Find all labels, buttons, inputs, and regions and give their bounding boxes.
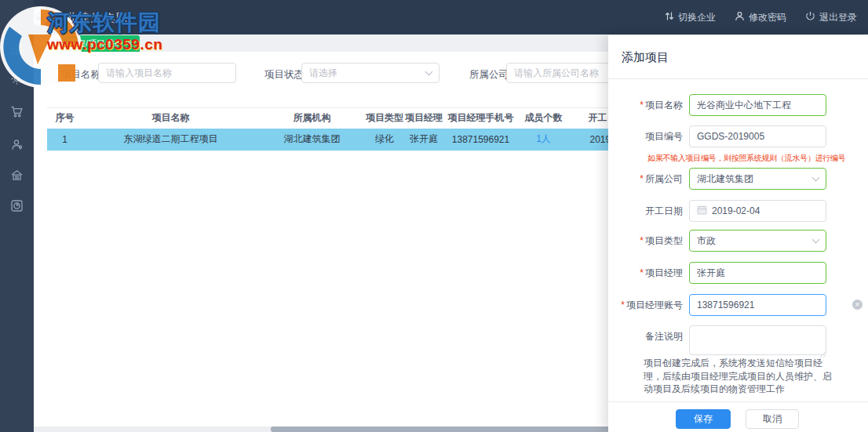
drawer-note-text: 项目创建完成后，系统将发送短信给项目经理，后续由项目经理完成项目的人员维护、启动… xyxy=(644,357,834,396)
field-project-code: 项目编号 xyxy=(608,125,868,147)
field-project-name: *项目名称 xyxy=(608,94,868,116)
header-menu: 切换企业 修改密码 退出登录 xyxy=(665,0,857,34)
filter-status-label: 项目状态 xyxy=(264,68,304,82)
drawer-title: 添加项目 xyxy=(622,50,669,65)
logout-button[interactable]: 退出登录 xyxy=(805,11,857,24)
col-manager: 项目经理 xyxy=(404,108,443,129)
switch-icon xyxy=(665,11,674,24)
project-table: 序号 项目名称 所属机构 项目类型 项目经理 项目经理手机号 成员个数 开工日期… xyxy=(47,107,645,151)
project-type-select[interactable]: 市政 xyxy=(689,230,826,252)
clear-icon[interactable]: × xyxy=(852,299,863,310)
project-name-input[interactable] xyxy=(689,94,826,116)
col-member-count: 成员个数 xyxy=(518,108,569,129)
code-hint-text: 如果不输入项目编号，则按照系统规则（流水号）进行编号 xyxy=(647,153,832,164)
tab-project-maintenance[interactable]: 工程/项目维护 × xyxy=(61,35,140,52)
filter-name-input[interactable] xyxy=(98,63,236,83)
drawer-title-divider xyxy=(608,78,868,79)
filter-status-select[interactable]: 请选择 xyxy=(301,63,439,83)
field-start-date: 开工日期 2019-02-04 xyxy=(608,200,868,222)
add-project-drawer: 添加项目 *项目名称 项目编号 如果不输入项目编号，则按照系统规则（流水号）进行… xyxy=(608,35,868,432)
filter-company-label: 所属公司 xyxy=(469,68,509,82)
manager-input[interactable] xyxy=(689,262,826,284)
switch-enterprise-button[interactable]: 切换企业 xyxy=(665,11,716,24)
col-index: 序号 xyxy=(47,108,82,129)
gear-icon[interactable] xyxy=(10,72,24,85)
field-manager-account: *项目经理账号 × xyxy=(608,294,868,316)
company-select[interactable]: 湖北建筑集团 xyxy=(689,168,826,190)
drawer-footer-divider xyxy=(608,401,868,402)
company-icon[interactable] xyxy=(10,42,24,56)
app-window: 湖北建筑集团 切换企业 修改密码 退出登录 首页 工程/项目维护 xyxy=(0,0,868,432)
sidebar xyxy=(0,0,34,432)
col-organization: 所属机构 xyxy=(259,108,365,129)
report-icon[interactable] xyxy=(10,199,24,212)
user-icon[interactable] xyxy=(10,138,24,151)
field-project-type: *项目类型 市政 xyxy=(608,230,868,252)
project-code-input[interactable] xyxy=(689,125,826,147)
chevron-down-icon xyxy=(425,68,433,76)
person-icon xyxy=(735,11,745,24)
field-manager: *项目经理 xyxy=(608,262,868,284)
calendar-icon xyxy=(697,205,707,217)
required-marker: * xyxy=(640,100,644,111)
field-company: *所属公司 湖北建筑集团 xyxy=(608,168,868,190)
close-tab-icon[interactable]: × xyxy=(127,39,132,48)
field-remark: 备注说明 xyxy=(608,325,868,355)
brand-title: 湖北建筑集团 xyxy=(53,11,129,26)
power-icon xyxy=(805,11,815,24)
cancel-button[interactable]: 取消 xyxy=(746,409,799,429)
col-project-name: 项目名称 xyxy=(82,108,259,129)
chevron-down-icon xyxy=(812,236,820,244)
top-header: 湖北建筑集团 切换企业 修改密码 退出登录 xyxy=(0,0,868,34)
col-manager-phone: 项目经理手机号 xyxy=(443,108,518,129)
table-header-row: 序号 项目名称 所属机构 项目类型 项目经理 项目经理手机号 成员个数 开工日期 xyxy=(47,108,645,129)
chevron-down-icon xyxy=(812,174,820,182)
member-count-link[interactable]: 1人 xyxy=(518,129,569,151)
table-row[interactable]: 1 东湖绿道二期工程项目 湖北建筑集团 绿化 张开庭 13871596921 1… xyxy=(47,129,645,151)
filter-name-label: 项目名称 xyxy=(61,68,100,82)
remark-textarea[interactable] xyxy=(689,325,826,355)
warehouse-icon[interactable] xyxy=(10,169,24,182)
cart-icon[interactable] xyxy=(10,105,24,118)
change-password-button[interactable]: 修改密码 xyxy=(735,11,786,24)
save-button[interactable]: 保存 xyxy=(676,409,731,429)
col-project-type: 项目类型 xyxy=(365,108,404,129)
start-date-picker[interactable]: 2019-02-04 xyxy=(689,200,826,222)
manager-account-input[interactable] xyxy=(689,294,826,316)
